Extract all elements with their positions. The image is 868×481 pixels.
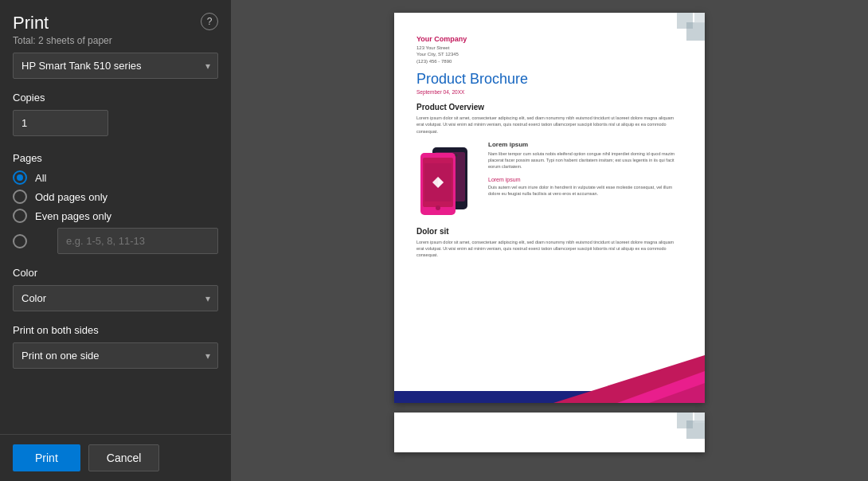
company-name: Your Company [416, 35, 467, 43]
color-section: Color Color Black & White ▾ [13, 267, 218, 311]
print-button[interactable]: Print [13, 444, 80, 471]
printer-select-wrapper: HP Smart Tank 510 series ▾ [13, 53, 218, 79]
address-line2: Your City, ST 12345 [416, 52, 459, 57]
lorem-sub: Lorem ipsum [488, 177, 682, 182]
radio-custom[interactable] [13, 228, 218, 254]
copies-input[interactable] [13, 110, 108, 136]
section1-heading: Product Overview [416, 103, 682, 111]
page-footer [394, 347, 705, 403]
section1-body: Lorem ipsum dolor sit amet, consectetuer… [416, 115, 682, 135]
print-panel: Print Total: 2 sheets of paper ? HP Smar… [0, 0, 231, 481]
product-row: Lorem ipsum Nam liber tempor cum soluta … [416, 141, 682, 221]
company-block: Your Company 123 Your Street Your City, … [416, 35, 467, 65]
printer-select[interactable]: HP Smart Tank 510 series [13, 53, 218, 79]
doc-title: Product Brochure [416, 71, 682, 88]
color-select-wrapper: Color Black & White ▾ [13, 285, 218, 311]
preview-page-1: Your Company 123 Your Street Your City, … [394, 13, 705, 403]
lorem-body: Nam liber tempor cum soluta nobis eleife… [488, 151, 682, 170]
copies-label: Copies [13, 92, 218, 104]
radio-all[interactable]: All [13, 170, 218, 185]
lorem-heading: Lorem ipsum [488, 141, 682, 148]
lorem-block: Lorem ipsum Nam liber tempor cum soluta … [488, 141, 682, 221]
radio-odd-label: Odd pages only [35, 191, 108, 203]
print-title: Print [13, 13, 112, 33]
svg-rect-18 [694, 413, 705, 423]
address-line3: (123) 456 - 7890 [416, 59, 452, 64]
sides-select-wrapper: Print on one side Print on both sides - … [13, 342, 218, 369]
radio-all-indicator [13, 170, 27, 185]
phone-graphic [416, 141, 480, 221]
radio-custom-indicator [13, 234, 27, 248]
svg-point-11 [456, 154, 458, 156]
radio-odd-indicator [13, 190, 27, 204]
address-line1: 123 Your Street [416, 45, 449, 50]
footer-gradient-svg [394, 347, 705, 403]
preview-panel: Your Company 123 Your Street Your City, … [231, 0, 868, 481]
scroll-content: HP Smart Tank 510 series ▾ Copies Pages … [0, 53, 231, 434]
page-header-section: Your Company 123 Your Street Your City, … [416, 35, 682, 65]
svg-rect-2 [694, 13, 705, 23]
radio-all-label: All [35, 172, 46, 184]
print-subtitle: Total: 2 sheets of paper [13, 35, 112, 46]
dolor-heading: Dolor sit [416, 227, 682, 236]
panel-header: Print Total: 2 sheets of paper ? [0, 0, 231, 53]
page2-header-shapes [653, 413, 705, 452]
pages-label: Pages [13, 152, 218, 164]
header-graphic [653, 13, 705, 65]
svg-rect-1 [686, 22, 705, 41]
pages-section: Pages All Odd pages only Even pages only [13, 152, 218, 254]
color-select[interactable]: Color Black & White [13, 285, 218, 311]
lorem-sub-body: Duis autem vel eum iriure dolor in hendr… [488, 184, 682, 197]
radio-even-label: Even pages only [35, 210, 111, 222]
bottom-buttons: Print Cancel [0, 434, 231, 481]
color-label: Color [13, 267, 218, 279]
company-address: 123 Your Street Your City, ST 12345 (123… [416, 45, 467, 65]
svg-point-10 [436, 205, 440, 210]
title-block: Print Total: 2 sheets of paper [13, 13, 112, 46]
radio-even[interactable]: Even pages only [13, 209, 218, 223]
sides-label: Print on both sides [13, 324, 218, 336]
dolor-section: Dolor sit Lorem ipsum dolor sit amet, co… [416, 227, 682, 259]
radio-even-indicator [13, 209, 27, 223]
doc-date: September 04, 20XX [416, 89, 682, 95]
help-button[interactable]: ? [201, 13, 218, 30]
pages-custom-input[interactable] [57, 228, 218, 254]
radio-odd[interactable]: Odd pages only [13, 190, 218, 204]
preview-page-2 [394, 413, 705, 452]
svg-rect-17 [686, 420, 705, 439]
sides-select[interactable]: Print on one side Print on both sides - … [13, 342, 218, 369]
cancel-button[interactable]: Cancel [88, 444, 160, 471]
dolor-body: Lorem ipsum dolor sit amet, consectetuer… [416, 239, 682, 259]
sides-section: Print on both sides Print on one side Pr… [13, 324, 218, 369]
